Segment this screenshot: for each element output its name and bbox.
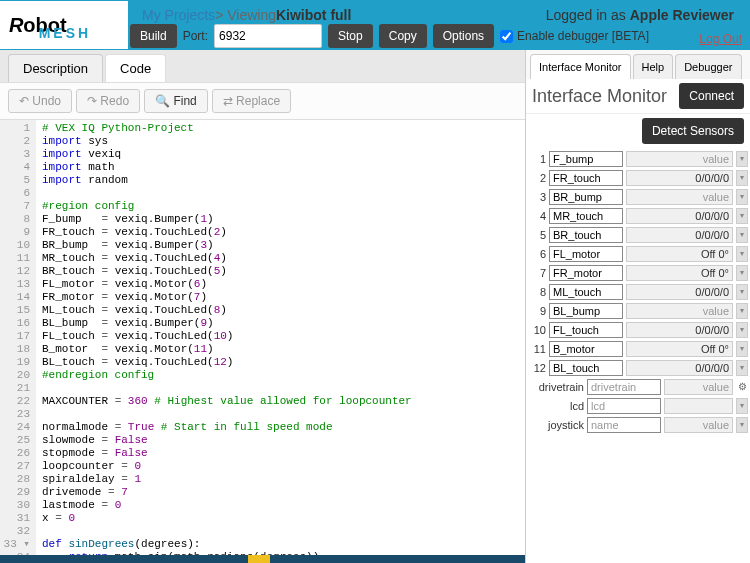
sensor-port: 5 [528,229,546,241]
code-line[interactable]: # VEX IQ Python-Project [42,122,525,135]
sensor-dropdown-icon[interactable]: ▾ [736,170,748,186]
sensor-name-input[interactable] [549,189,623,205]
sensor-name-input[interactable] [549,246,623,262]
code-area[interactable]: # VEX IQ Python-Projectimport sysimport … [36,120,525,555]
code-line[interactable]: #region config [42,200,525,213]
code-line[interactable] [42,408,525,421]
sensor-value: 0/0/0/0 [626,322,733,338]
logo[interactable]: Robot MESH [0,1,128,49]
sensor-name-input[interactable] [549,303,623,319]
sensor-name-input[interactable] [549,208,623,224]
sensor-dropdown-icon[interactable]: ▾ [736,265,748,281]
undo-button[interactable]: ↶ Undo [8,89,72,113]
sensor-name-input[interactable] [549,227,623,243]
build-button[interactable]: Build [130,24,177,48]
sensor-dropdown-icon[interactable]: ▾ [736,208,748,224]
sensor-dropdown-icon[interactable]: ▾ [736,151,748,167]
sensor-dropdown-icon[interactable]: ▾ [736,398,748,414]
replace-button[interactable]: ⇄ Replace [212,89,291,113]
sensor-dropdown-icon[interactable]: ▾ [736,360,748,376]
code-line[interactable]: B_motor = vexiq.Motor(11) [42,343,525,356]
sensor-name-input[interactable] [549,170,623,186]
line-number: 19 [2,356,30,369]
copy-button[interactable]: Copy [379,24,427,48]
code-line[interactable]: FR_touch = vexiq.TouchLed(2) [42,226,525,239]
code-line[interactable]: FR_motor = vexiq.Motor(7) [42,291,525,304]
code-line[interactable]: x = 0 [42,512,525,525]
sensor-value: Off 0° [626,341,733,357]
code-line[interactable]: BL_bump = vexiq.Bumper(9) [42,317,525,330]
sensor-dropdown-icon[interactable]: ▾ [736,303,748,319]
redo-button[interactable]: ↷ Redo [76,89,140,113]
code-line[interactable]: F_bump = vexiq.Bumper(1) [42,213,525,226]
stop-button[interactable]: Stop [328,24,373,48]
sensor-dropdown-icon[interactable]: ▾ [736,284,748,300]
code-line[interactable]: normalmode = True # Start in full speed … [42,421,525,434]
code-line[interactable]: BR_touch = vexiq.TouchLed(5) [42,265,525,278]
code-line[interactable]: import math [42,161,525,174]
logout-link[interactable]: Log Out [699,32,742,46]
tab-help[interactable]: Help [633,54,674,79]
tab-debugger[interactable]: Debugger [675,54,741,79]
code-line[interactable]: slowmode = False [42,434,525,447]
tab-description[interactable]: Description [8,54,103,82]
debugger-checkbox-wrap[interactable]: Enable debugger [BETA] [500,29,649,43]
code-line[interactable]: import vexiq [42,148,525,161]
sensor-name-input[interactable] [549,360,623,376]
sensor-name-input[interactable] [549,322,623,338]
port-label: Port: [183,29,208,43]
sensor-name-input[interactable] [587,417,661,433]
sensor-dropdown-icon[interactable]: ▾ [736,417,748,433]
code-line[interactable]: #endregion config [42,369,525,382]
sensor-port: 2 [528,172,546,184]
sensor-name-input[interactable] [587,379,661,395]
code-line[interactable] [42,525,525,538]
code-line[interactable]: BL_touch = vexiq.TouchLed(12) [42,356,525,369]
sensor-name-input[interactable] [549,151,623,167]
code-line[interactable]: lastmode = 0 [42,499,525,512]
code-line[interactable]: drivemode = 7 [42,486,525,499]
options-button[interactable]: Options [433,24,494,48]
code-line[interactable]: BR_bump = vexiq.Bumper(3) [42,239,525,252]
sensor-port: 6 [528,248,546,260]
port-input[interactable] [214,24,322,48]
sensor-row: 3value▾ [528,188,748,205]
gutter: 1234567891011121314151617181920212223242… [0,120,36,555]
sensor-row: 9value▾ [528,302,748,319]
code-line[interactable]: def sinDegrees(degrees): [42,538,525,551]
line-number: 4 [2,161,30,174]
code-line[interactable]: FL_motor = vexiq.Motor(6) [42,278,525,291]
sensor-name-input[interactable] [549,284,623,300]
code-line[interactable]: loopcounter = 0 [42,460,525,473]
sensor-dropdown-icon[interactable]: ▾ [736,246,748,262]
tab-code[interactable]: Code [105,54,166,82]
sensor-dropdown-icon[interactable]: ▾ [736,341,748,357]
line-number: 3 [2,148,30,161]
line-number: 18 [2,343,30,356]
code-editor[interactable]: 1234567891011121314151617181920212223242… [0,120,525,555]
left-tabs: Description Code [0,50,525,82]
my-projects-link[interactable]: My Projects [142,7,215,23]
code-line[interactable]: MAXCOUNTER = 360 # Highest value allowed… [42,395,525,408]
tab-interface-monitor[interactable]: Interface Monitor [530,54,631,79]
code-line[interactable]: import random [42,174,525,187]
code-line[interactable]: import sys [42,135,525,148]
sensor-dropdown-icon[interactable]: ▾ [736,189,748,205]
detect-sensors-button[interactable]: Detect Sensors [642,118,744,144]
sensor-dropdown-icon[interactable]: ▾ [736,322,748,338]
code-line[interactable]: spiraldelay = 1 [42,473,525,486]
connect-button[interactable]: Connect [679,83,744,109]
find-button[interactable]: 🔍 Find [144,89,208,113]
sensor-name-input[interactable] [549,265,623,281]
code-line[interactable]: stopmode = False [42,447,525,460]
sensor-name-input[interactable] [587,398,661,414]
gear-icon[interactable]: ⚙ [736,381,748,393]
code-line[interactable]: MR_touch = vexiq.TouchLed(4) [42,252,525,265]
sensor-name-input[interactable] [549,341,623,357]
code-line[interactable] [42,382,525,395]
code-line[interactable]: ML_touch = vexiq.TouchLed(8) [42,304,525,317]
code-line[interactable]: FL_touch = vexiq.TouchLed(10) [42,330,525,343]
sensor-dropdown-icon[interactable]: ▾ [736,227,748,243]
code-line[interactable] [42,187,525,200]
debugger-checkbox[interactable] [500,30,513,43]
